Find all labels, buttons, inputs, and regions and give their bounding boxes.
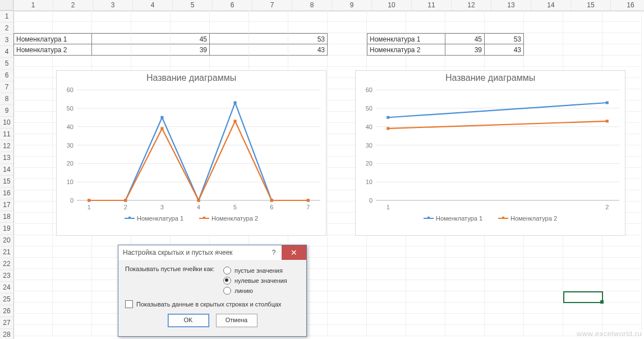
row-header[interactable]: 18 — [0, 211, 13, 223]
col-header[interactable]: 5 — [173, 0, 213, 11]
dialog-help-button[interactable]: ? — [266, 245, 282, 260]
cell[interactable] — [367, 11, 406, 22]
cell[interactable] — [53, 314, 92, 325]
cell[interactable] — [249, 22, 288, 33]
cell[interactable] — [485, 11, 524, 22]
row-header[interactable]: 21 — [0, 246, 13, 258]
cell[interactable] — [602, 56, 642, 67]
col-header[interactable]: 10 — [372, 0, 412, 11]
cell[interactable] — [563, 33, 602, 44]
cell[interactable] — [563, 11, 602, 22]
row-header[interactable]: 9 — [0, 105, 13, 117]
cell[interactable] — [328, 235, 367, 246]
cell[interactable] — [524, 246, 563, 258]
row-header[interactable]: 26 — [0, 305, 13, 317]
cell[interactable] — [328, 291, 367, 303]
cell[interactable] — [524, 235, 563, 246]
row-header[interactable]: 20 — [0, 235, 13, 246]
dialog-close-button[interactable]: ✕ — [282, 245, 306, 260]
cell[interactable] — [171, 11, 210, 22]
column-headers[interactable]: 12345678910111213141516 — [13, 0, 644, 11]
row-header[interactable]: 14 — [0, 164, 13, 176]
cell[interactable] — [13, 190, 53, 201]
cell[interactable] — [171, 22, 210, 33]
cell[interactable] — [524, 291, 563, 303]
cell[interactable] — [406, 258, 445, 269]
cell[interactable] — [524, 303, 563, 314]
row-header[interactable]: 2 — [0, 22, 13, 34]
cell[interactable] — [53, 235, 92, 246]
cell[interactable] — [406, 303, 445, 314]
cell[interactable] — [13, 314, 53, 325]
chart-right[interactable]: Название диаграммы 010203040506012 Номен… — [355, 70, 625, 236]
row-header[interactable]: 4 — [0, 46, 13, 58]
cell[interactable] — [563, 291, 602, 303]
cell[interactable] — [288, 56, 328, 67]
col-header[interactable]: 15 — [571, 0, 611, 11]
cell[interactable] — [367, 22, 406, 33]
cell[interactable] — [367, 325, 406, 336]
col-header[interactable]: 8 — [292, 0, 332, 11]
cell[interactable] — [406, 235, 445, 246]
cell[interactable] — [524, 44, 563, 56]
cell[interactable]: 39 — [171, 44, 210, 56]
col-header[interactable]: 4 — [133, 0, 173, 11]
cell[interactable] — [445, 314, 485, 325]
row-header[interactable]: 13 — [0, 152, 13, 164]
cell[interactable] — [367, 246, 406, 258]
row-header[interactable]: 16 — [0, 187, 13, 199]
cell[interactable] — [406, 269, 445, 280]
cell[interactable] — [602, 269, 642, 280]
cell[interactable] — [367, 303, 406, 314]
row-header[interactable]: 15 — [0, 176, 13, 187]
cell[interactable] — [563, 235, 602, 246]
cell[interactable]: Номенклатура 2 — [367, 44, 445, 56]
cell[interactable] — [131, 22, 171, 33]
cell[interactable] — [288, 11, 328, 22]
cell[interactable] — [524, 33, 563, 44]
col-header[interactable]: 6 — [213, 0, 252, 11]
row-headers[interactable]: 1234567891011121314151617181920212223242… — [0, 11, 14, 339]
cell[interactable] — [367, 258, 406, 269]
cell[interactable] — [445, 258, 485, 269]
cell[interactable] — [131, 11, 171, 22]
cell[interactable] — [445, 11, 485, 22]
cell[interactable] — [53, 246, 92, 258]
cell[interactable]: Номенклатура 1 — [13, 33, 92, 44]
cell[interactable] — [406, 22, 445, 33]
cell[interactable] — [563, 56, 602, 67]
cell[interactable] — [53, 280, 92, 291]
cell[interactable] — [53, 325, 92, 336]
cell[interactable] — [13, 145, 53, 157]
cell[interactable] — [602, 22, 642, 33]
cell[interactable] — [367, 56, 406, 67]
col-header[interactable]: 9 — [332, 0, 372, 11]
cell[interactable] — [445, 235, 485, 246]
cell[interactable] — [602, 314, 642, 325]
cell[interactable] — [13, 224, 53, 235]
cell[interactable] — [53, 258, 92, 269]
cell[interactable] — [131, 56, 171, 67]
cell[interactable] — [524, 314, 563, 325]
cell[interactable] — [485, 22, 524, 33]
cell[interactable] — [210, 33, 249, 44]
row-header[interactable]: 24 — [0, 282, 13, 294]
row-header[interactable]: 28 — [0, 329, 13, 339]
cell[interactable] — [485, 314, 524, 325]
row-header[interactable]: 7 — [0, 81, 13, 93]
cell[interactable]: 43 — [485, 44, 524, 56]
cell[interactable] — [563, 314, 602, 325]
cell[interactable] — [13, 157, 53, 168]
cell[interactable] — [92, 44, 131, 56]
select-all-corner[interactable] — [0, 0, 13, 11]
cell[interactable] — [13, 246, 53, 258]
col-header[interactable]: 11 — [412, 0, 452, 11]
cell[interactable] — [524, 22, 563, 33]
cell[interactable] — [563, 303, 602, 314]
cell[interactable] — [13, 89, 53, 100]
cell[interactable] — [92, 22, 131, 33]
cell[interactable] — [328, 303, 367, 314]
cell[interactable] — [13, 134, 53, 145]
row-header[interactable]: 1 — [0, 11, 13, 22]
cell[interactable] — [210, 44, 249, 56]
